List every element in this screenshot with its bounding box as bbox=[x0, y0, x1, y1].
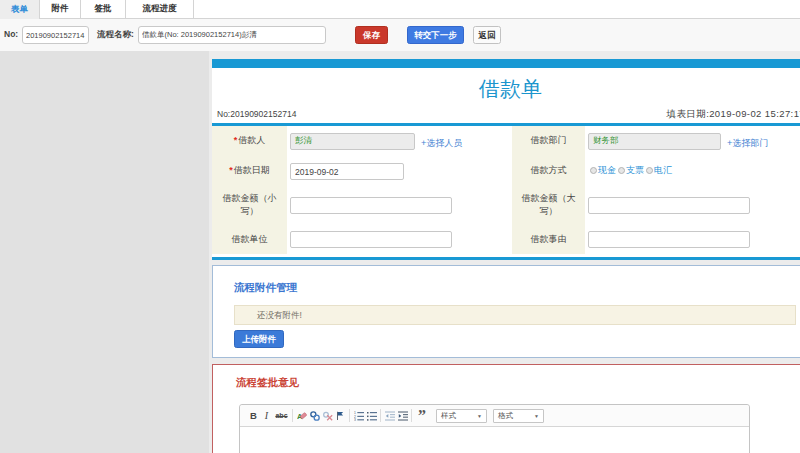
reason-input[interactable] bbox=[588, 231, 750, 248]
outdent-icon[interactable] bbox=[385, 408, 395, 424]
required-asterisk: * bbox=[234, 135, 238, 145]
radio-cash-circle[interactable] bbox=[590, 167, 597, 174]
process-name-label: 流程名称: bbox=[97, 29, 134, 41]
top-chrome: 表单 附件 签批 流程进度 No: 流程名称: 保存 转交下一步 返回 bbox=[0, 0, 800, 51]
radio-wire-label: 电汇 bbox=[654, 164, 672, 177]
blockquote-icon[interactable]: ” bbox=[416, 408, 429, 424]
italic-icon[interactable]: I bbox=[262, 408, 272, 424]
date-label: 借款日期 bbox=[234, 165, 270, 175]
select-person-link[interactable]: +选择人员 bbox=[421, 138, 462, 148]
amount-small-label: 借款金额（小写） bbox=[223, 193, 277, 216]
unit-input[interactable] bbox=[290, 231, 452, 248]
amount-big-label: 借款金额（大写） bbox=[522, 193, 576, 216]
table-row: 借款单位 借款事由 bbox=[212, 224, 800, 254]
form-section: 借款单 No:20190902152714 填表日期:2019-09-02 15… bbox=[212, 59, 800, 261]
toolbar-separator bbox=[349, 409, 350, 422]
dept-label: 借款部门 bbox=[531, 135, 567, 145]
numbered-list-icon[interactable]: 123 bbox=[354, 408, 364, 424]
no-attachment-alert: 还没有附件! bbox=[234, 305, 796, 326]
date-field-cell bbox=[287, 156, 512, 186]
tab-bar: 表单 附件 签批 流程进度 bbox=[0, 0, 800, 19]
styles-combo[interactable]: 样式▼ bbox=[436, 409, 487, 423]
radio-wire-circle[interactable] bbox=[646, 167, 653, 174]
borrower-field-cell: +选择人员 bbox=[287, 126, 512, 156]
unit-field-cell bbox=[287, 224, 512, 254]
attachments-title: 流程附件管理 bbox=[234, 266, 796, 295]
unit-label-cell: 借款单位 bbox=[212, 224, 287, 254]
no-label: No: bbox=[4, 29, 18, 39]
toolbar-separator bbox=[292, 409, 293, 422]
unlink-icon[interactable] bbox=[323, 408, 333, 424]
reason-field-cell bbox=[585, 224, 800, 254]
unit-label: 借款单位 bbox=[232, 234, 268, 244]
dept-label-cell: 借款部门 bbox=[512, 126, 585, 156]
amount-big-label-cell: 借款金额（大写） bbox=[512, 186, 585, 224]
required-asterisk: * bbox=[229, 165, 233, 175]
dept-field-cell: +选择部门 bbox=[585, 126, 800, 156]
dept-input[interactable] bbox=[588, 133, 721, 150]
approval-section: 流程签批意见 B I abc A bbox=[212, 364, 800, 453]
link-icon[interactable] bbox=[310, 408, 320, 424]
tab-sign[interactable]: 签批 bbox=[81, 0, 126, 19]
divider-blue-line-bottom bbox=[212, 257, 800, 260]
format-combo[interactable]: 格式▼ bbox=[493, 409, 544, 423]
editor-content-area[interactable] bbox=[240, 427, 749, 453]
anchor-flag-icon[interactable] bbox=[336, 408, 346, 424]
method-field-cell: 现金 支票 电汇 bbox=[585, 156, 800, 186]
loan-method-radios: 现金 支票 电汇 bbox=[590, 164, 800, 177]
toolbar-separator bbox=[411, 409, 412, 422]
tab-attachment[interactable]: 附件 bbox=[40, 0, 81, 19]
save-button[interactable]: 保存 bbox=[355, 26, 388, 44]
upload-attachment-button[interactable]: 上传附件 bbox=[234, 330, 284, 348]
method-label-cell: 借款方式 bbox=[512, 156, 585, 186]
radio-cheque-circle[interactable] bbox=[618, 167, 625, 174]
indent-icon[interactable] bbox=[398, 408, 408, 424]
amount-small-input[interactable] bbox=[290, 197, 452, 214]
radio-cash[interactable]: 现金 bbox=[590, 164, 616, 177]
process-name-input[interactable] bbox=[138, 26, 326, 44]
reason-label: 借款事由 bbox=[531, 234, 567, 244]
approval-title: 流程签批意见 bbox=[236, 365, 796, 390]
doc-number: No:20190902152714 bbox=[217, 109, 296, 119]
tab-sign-label: 签批 bbox=[95, 3, 112, 15]
radio-cheque[interactable]: 支票 bbox=[618, 164, 644, 177]
radio-cash-label: 现金 bbox=[598, 164, 616, 177]
tab-form-label: 表单 bbox=[11, 4, 28, 16]
combo-arrow-icon: ▼ bbox=[534, 413, 539, 419]
table-row: *借款日期 借款方式 现金 支票 电汇 bbox=[212, 156, 800, 186]
toolbar: No: 流程名称: 保存 转交下一步 返回 bbox=[0, 19, 800, 51]
bold-icon[interactable]: B bbox=[249, 408, 259, 424]
svg-text:3: 3 bbox=[354, 418, 356, 421]
borrower-input[interactable] bbox=[290, 133, 415, 150]
amount-big-input[interactable] bbox=[588, 197, 750, 214]
header-blue-bar bbox=[212, 59, 800, 69]
amount-small-field-cell bbox=[287, 186, 512, 224]
tab-progress[interactable]: 流程进度 bbox=[126, 0, 194, 19]
borrower-label-cell: *借款人 bbox=[212, 126, 287, 156]
strikethrough-icon[interactable]: abc bbox=[275, 408, 289, 424]
borrower-label: 借款人 bbox=[238, 135, 265, 145]
attachments-section: 流程附件管理 还没有附件! 上传附件 bbox=[212, 265, 800, 358]
combo-arrow-icon: ▼ bbox=[477, 413, 482, 419]
radio-wire[interactable]: 电汇 bbox=[646, 164, 672, 177]
tabbar-filler bbox=[194, 0, 800, 19]
remove-format-icon[interactable]: A bbox=[297, 408, 307, 424]
format-combo-label: 格式 bbox=[498, 411, 513, 421]
table-row: 借款金额（小写） 借款金额（大写） bbox=[212, 186, 800, 224]
forward-next-step-button[interactable]: 转交下一步 bbox=[407, 26, 464, 44]
no-input[interactable] bbox=[22, 26, 89, 44]
back-button[interactable]: 返回 bbox=[473, 26, 501, 44]
select-dept-link[interactable]: +选择部门 bbox=[727, 138, 768, 148]
reason-label-cell: 借款事由 bbox=[512, 224, 585, 254]
toolbar-separator bbox=[380, 409, 381, 422]
table-row: *借款人 +选择人员 借款部门 +选择部门 bbox=[212, 126, 800, 156]
tab-form[interactable]: 表单 bbox=[0, 0, 40, 19]
tab-progress-label: 流程进度 bbox=[143, 3, 177, 15]
amount-big-field-cell bbox=[585, 186, 800, 224]
loan-date-input[interactable] bbox=[290, 163, 404, 180]
bulleted-list-icon[interactable] bbox=[367, 408, 377, 424]
doc-fill-date: 填表日期:2019-09-02 15:27:17 bbox=[667, 108, 800, 121]
page-title: 借款单 bbox=[212, 68, 800, 104]
styles-combo-label: 样式 bbox=[441, 411, 456, 421]
method-label: 借款方式 bbox=[531, 165, 567, 175]
